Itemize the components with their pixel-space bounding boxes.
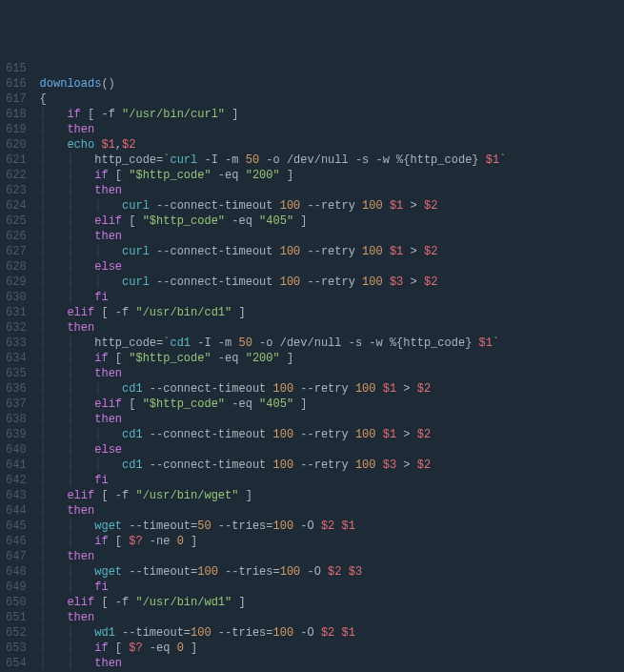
code-line: │ │ │ curl --connect-timeout 100 --retry… <box>40 244 507 259</box>
token-op: -o /dev/null -s -w %{http_code} <box>252 336 479 350</box>
token-num: 100 <box>197 565 218 579</box>
token-str: "/usr/bin/curl" <box>122 108 225 121</box>
token-num: 100 <box>280 245 301 258</box>
line-number: 632 <box>6 320 27 336</box>
token-op: ] <box>184 535 197 548</box>
token-cmd: cd1 <box>122 382 143 396</box>
code-line <box>40 61 507 76</box>
token-str: "200" <box>246 169 280 182</box>
token-op: http_code= <box>94 153 163 167</box>
token-kw: elif <box>67 596 94 609</box>
token-var: $? <box>129 535 142 548</box>
token-op: -eq <box>211 169 246 182</box>
token-op: -eq <box>211 352 246 365</box>
token-op: --connect-timeout <box>143 428 273 441</box>
token-str: "/usr/bin/wget" <box>135 489 238 502</box>
token-num: 50 <box>246 153 259 167</box>
line-number: 622 <box>6 168 27 183</box>
line-number: 652 <box>6 625 27 641</box>
line-number: 624 <box>6 198 27 214</box>
line-number: 625 <box>6 214 27 229</box>
token-num: 100 <box>280 199 301 213</box>
token-op: --connect-timeout <box>143 382 273 396</box>
token-op: [ <box>94 306 115 319</box>
token-op: [ <box>81 108 102 121</box>
code-line: │ echo $1,$2 <box>40 137 507 153</box>
token-str: "405" <box>259 397 293 411</box>
line-number: 651 <box>6 610 27 625</box>
token-op: --tries= <box>218 565 280 579</box>
line-number: 643 <box>6 488 27 503</box>
token-kw: then <box>94 413 122 426</box>
code-editor[interactable]: 6156166176186196206216226236246256266276… <box>0 61 624 672</box>
token-op: ] <box>280 169 293 182</box>
token-str: "$http_code" <box>129 169 211 182</box>
line-number: 634 <box>6 351 27 366</box>
token-num: 100 <box>355 382 376 396</box>
token-cmd: cd1 <box>122 428 143 441</box>
token-op: -O <box>293 626 321 640</box>
token-kw: elif <box>67 306 94 319</box>
code-content[interactable]: downloads(){│ if [ -f "/usr/bin/curl" ]│… <box>36 61 507 672</box>
token-kw: if <box>94 535 108 548</box>
token-op: ] <box>293 214 307 228</box>
line-number: 627 <box>6 244 27 259</box>
code-line: │ │ if [ $? -ne 0 ] <box>40 534 507 549</box>
line-number-gutter: 6156166176186196206216226236246256266276… <box>0 61 36 672</box>
token-kw: then <box>94 230 122 243</box>
token-var: $1 <box>479 336 493 350</box>
token-op: > <box>396 428 417 441</box>
token-num: 100 <box>272 458 293 472</box>
token-var: $1 <box>342 626 355 640</box>
token-kw: then <box>67 611 94 624</box>
token-kw: then <box>67 504 94 518</box>
token-var: $1 <box>101 138 114 152</box>
code-line: │ │ wget --timeout=50 --tries=100 -O $2 … <box>40 519 507 534</box>
token-num: 100 <box>272 382 293 396</box>
token-var: $3 <box>390 275 403 289</box>
token-op: --timeout= <box>122 519 197 533</box>
token-op: -O <box>293 519 321 533</box>
code-line: │ │ │ curl --connect-timeout 100 --retry… <box>40 198 507 214</box>
token-op: , <box>115 138 122 152</box>
token-op: -ne <box>143 535 177 548</box>
token-op: [ <box>109 169 130 182</box>
token-op: -f <box>115 306 129 319</box>
line-number: 631 <box>6 305 27 320</box>
token-var: $1 <box>342 519 355 533</box>
code-line: │ then <box>40 122 507 137</box>
token-num: 100 <box>362 275 383 289</box>
line-number: 649 <box>6 580 27 595</box>
token-str: "$http_code" <box>143 397 225 411</box>
token-op: --retry <box>293 428 355 441</box>
code-line: │ then <box>40 503 507 519</box>
code-line: │ then <box>40 610 507 625</box>
token-op: --retry <box>300 245 362 258</box>
token-kw: fi <box>94 291 108 304</box>
code-line: │ │ then <box>40 229 507 244</box>
token-kw: then <box>94 367 122 380</box>
token-op: -f <box>101 108 114 121</box>
code-line: │ │ then <box>40 366 507 381</box>
token-var: $3 <box>349 565 362 579</box>
line-number: 628 <box>6 259 27 275</box>
code-line: │ │ fi <box>40 580 507 595</box>
line-number: 644 <box>6 503 27 519</box>
token-kw: if <box>94 169 108 182</box>
code-line: │ │ elif [ "$http_code" -eq "405" ] <box>40 397 507 412</box>
token-op: ] <box>293 397 307 411</box>
code-line: │ │ if [ $? -eq 0 ] <box>40 641 507 656</box>
token-var: $2 <box>424 245 437 258</box>
token-num: 100 <box>362 245 383 258</box>
token-op: -o /dev/null -s -w %{http_code} <box>259 153 486 167</box>
token-var: $2 <box>321 519 334 533</box>
token-var: $1 <box>383 428 396 441</box>
line-number: 617 <box>6 92 27 107</box>
token-num: 100 <box>272 428 293 441</box>
token-num: 100 <box>362 199 383 213</box>
code-line: │ │ else <box>40 442 507 458</box>
token-fn: downloads <box>40 77 102 91</box>
token-var: $2 <box>417 382 431 396</box>
token-op: --connect-timeout <box>143 458 273 472</box>
token-op <box>334 519 341 533</box>
